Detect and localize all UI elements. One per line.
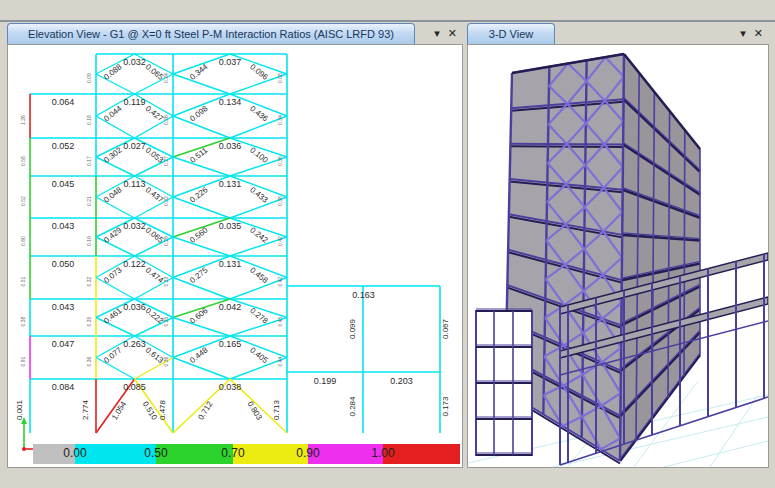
brace-value: 0.803 xyxy=(245,400,264,422)
elevation-view-canvas[interactable]: 1.0540.5100.7120.8030.1630.1990.2030.099… xyxy=(7,44,463,468)
brace-value: 0.278 xyxy=(248,306,270,326)
beam-value: 0.027 xyxy=(123,141,146,151)
beam-value: 0.134 xyxy=(219,97,242,107)
beam-value: 0.203 xyxy=(390,376,413,386)
beam-value: 0.043 xyxy=(52,221,75,231)
beam-value: 0.035 xyxy=(219,221,242,231)
brace-value: 0.048 xyxy=(102,185,124,205)
brace-value: 0.436 xyxy=(248,104,270,124)
column-value: 0.713 xyxy=(272,399,281,420)
column-value: 0.27 xyxy=(163,156,169,166)
three-d-view-title: 3-D View xyxy=(489,28,533,40)
column-value: 0.284 xyxy=(348,396,357,417)
window-top-strip xyxy=(0,0,775,22)
beam-value: 0.064 xyxy=(52,97,75,107)
brace-value: 0.606 xyxy=(188,306,210,326)
beam-value: 0.047 xyxy=(52,339,75,349)
column-value: 0.51 xyxy=(20,276,26,286)
column-value: 0.173 xyxy=(441,396,450,417)
column-value: 0.08 xyxy=(277,73,283,83)
beam-value: 0.038 xyxy=(219,382,242,392)
elevation-drawing: 1.0540.5100.7120.8030.1630.1990.2030.099… xyxy=(8,45,462,467)
brace xyxy=(173,358,230,380)
elevation-tab-controls: ▾ ✕ xyxy=(428,23,463,44)
tab-3d-view[interactable]: 3-D View xyxy=(467,23,555,44)
column-value: 0.19 xyxy=(86,236,92,246)
brace-value: 0.712 xyxy=(196,399,215,421)
column-value: 0.478 xyxy=(158,399,167,420)
three-d-view-canvas[interactable] xyxy=(467,44,769,468)
column-value: 0.38 xyxy=(277,196,283,206)
brace xyxy=(96,116,135,138)
close-icon[interactable]: ✕ xyxy=(754,28,763,39)
beam-value: 0.165 xyxy=(219,339,242,349)
column-value: 1.26 xyxy=(20,115,26,125)
column-value: 0.60 xyxy=(20,236,26,246)
column-value: 0.36 xyxy=(277,156,283,166)
column-value: 0.42 xyxy=(277,276,283,286)
column-value: 0.36 xyxy=(86,356,92,366)
scale-label: 0.00 xyxy=(63,446,86,460)
beam-value: 0.032 xyxy=(123,57,146,67)
column-value: 0.38 xyxy=(20,316,26,326)
three-d-tab-controls: ▾ ✕ xyxy=(734,23,769,44)
brace xyxy=(173,318,230,337)
elevation-view-title: Elevation View - G1 @ X=0 ft Steel P-M I… xyxy=(28,28,394,40)
chevron-down-icon[interactable]: ▾ xyxy=(434,28,440,39)
close-icon[interactable]: ✕ xyxy=(448,28,457,39)
beam-value: 0.113 xyxy=(124,179,146,189)
brace-value: 0.405 xyxy=(248,346,270,366)
column-value: 0.09 xyxy=(86,73,92,83)
beam-value: 0.163 xyxy=(352,290,375,300)
interaction-ratio-color-scale: 0.000.500.700.901.00 xyxy=(33,444,460,464)
beam-value: 0.122 xyxy=(123,259,146,269)
beam-value: 0.036 xyxy=(123,302,146,312)
column-value: 0.21 xyxy=(86,196,92,206)
beam-value: 0.036 xyxy=(219,141,242,151)
brace xyxy=(96,197,135,218)
beam-value: 0.043 xyxy=(52,302,75,312)
column-value: 0.52 xyxy=(20,196,26,206)
brace-value: 0.275 xyxy=(188,265,210,285)
beam-value: 0.263 xyxy=(123,339,146,349)
column-value: 0.24 xyxy=(163,73,169,83)
chevron-down-icon[interactable]: ▾ xyxy=(740,28,746,39)
beam-value: 0.199 xyxy=(314,376,337,386)
brace-value: 0.242 xyxy=(248,225,270,245)
column-value: 0.36 xyxy=(163,356,169,366)
brace-value: 0.096 xyxy=(248,62,270,82)
brace-value: 0.073 xyxy=(102,265,124,285)
brace xyxy=(96,278,135,300)
beam-value: 0.084 xyxy=(52,382,75,392)
column xyxy=(684,130,685,376)
scale-label: 0.50 xyxy=(144,446,167,460)
column-value: 0.29 xyxy=(163,236,169,246)
brace-value: 0.302 xyxy=(102,145,124,165)
brace xyxy=(173,237,230,256)
column-value: 0.18 xyxy=(86,115,92,125)
scale-label: 0.90 xyxy=(296,446,319,460)
column-value: 0.44 xyxy=(277,356,283,366)
beam-value: 0.131 xyxy=(219,259,242,269)
column-value: 0.17 xyxy=(86,156,92,166)
column-value: 0.91 xyxy=(20,356,26,366)
brace-value: 0.344 xyxy=(188,62,210,82)
column-value: 0.42 xyxy=(277,236,283,246)
column-value: 0.099 xyxy=(348,318,357,339)
ground-grid-line xyxy=(678,395,758,467)
brace xyxy=(173,157,230,176)
column-value: 0.001 xyxy=(15,399,24,420)
three-d-structure-drawing xyxy=(468,45,768,467)
column-value: 0.067 xyxy=(441,318,450,339)
three-d-view-pane: 3-D View ▾ ✕ xyxy=(467,20,769,470)
brace-value: 0.458 xyxy=(248,266,270,286)
application-window: Elevation View - G1 @ X=0 ft Steel P-M I… xyxy=(0,0,775,488)
three-d-tab-row: 3-D View ▾ ✕ xyxy=(467,20,769,44)
beam-value: 0.131 xyxy=(219,179,242,189)
brace-value: 0.100 xyxy=(248,145,270,165)
axis-origin xyxy=(22,447,26,451)
column-value: 0.32 xyxy=(86,276,92,286)
brace xyxy=(173,74,230,94)
beam-value: 0.050 xyxy=(52,259,75,269)
tab-elevation-view[interactable]: Elevation View - G1 @ X=0 ft Steel P-M I… xyxy=(7,23,415,44)
